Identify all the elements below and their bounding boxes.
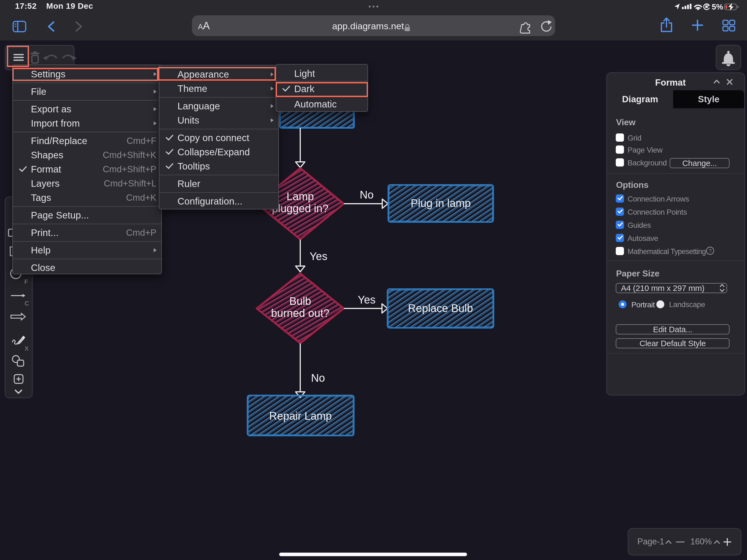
svg-text:F: F — [24, 278, 28, 285]
svg-text:C: C — [25, 300, 29, 307]
svg-text:X: X — [25, 345, 29, 352]
svg-text:?: ? — [709, 248, 712, 254]
